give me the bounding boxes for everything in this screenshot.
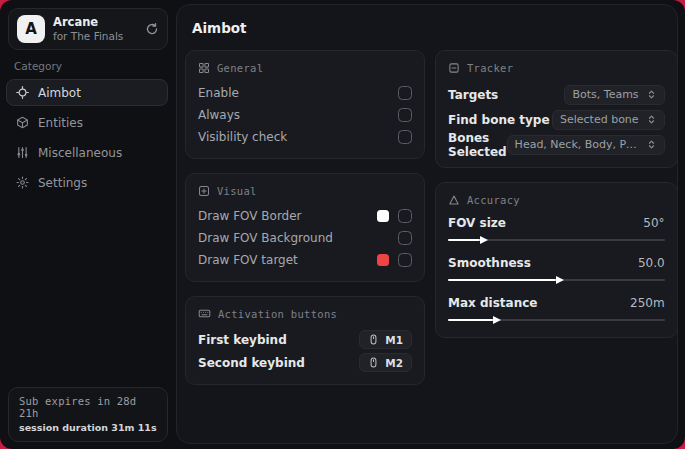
card-title: Visual <box>217 185 257 197</box>
find-bone-type-select[interactable]: Selected bone <box>552 110 665 130</box>
content-columns: General Enable Always Visibility check <box>185 50 668 385</box>
accuracy-card: Accuracy FOV size 50° <box>435 182 678 338</box>
max-distance-value: 250m <box>630 296 665 310</box>
first-keybind-button[interactable]: M1 <box>359 330 412 349</box>
row-controls <box>377 209 412 223</box>
smoothness-slider[interactable] <box>448 275 665 285</box>
refresh-icon[interactable] <box>145 22 159 36</box>
chevron-updown-icon <box>646 139 657 150</box>
fov-target-checkbox[interactable] <box>398 253 412 267</box>
general-row-always: Always <box>198 104 412 126</box>
tracker-card: Tracker Targets Bots, Teams <box>435 50 678 168</box>
crosshair-icon <box>16 86 29 99</box>
slider-thumb[interactable] <box>480 236 488 244</box>
sidebar-item-entities[interactable]: Entities <box>6 109 168 136</box>
sidebar: A Arcane for The Finals Category <box>0 0 174 449</box>
select-value: Head, Neck, Body, Pe.. <box>515 138 639 151</box>
sidebar-nav: Aimbot Entities <box>0 79 174 196</box>
tracker-row-bones-selected: Bones Selected Head, Neck, Body, Pe.. <box>448 132 665 157</box>
always-checkbox[interactable] <box>398 108 412 122</box>
slider-thumb[interactable] <box>493 316 501 324</box>
row-label: Smoothness <box>448 256 531 270</box>
app-window: A Arcane for The Finals Category <box>0 0 685 449</box>
triangle-icon <box>448 194 460 206</box>
sidebar-item-label: Entities <box>38 116 83 130</box>
slider-fill <box>448 319 493 321</box>
gear-icon <box>16 176 29 189</box>
cube-icon <box>16 116 29 129</box>
row-controls <box>398 231 412 245</box>
main-panel: Aimbot General Enable <box>176 4 678 444</box>
sidebar-item-aimbot[interactable]: Aimbot <box>6 79 168 106</box>
visibility-check-checkbox[interactable] <box>398 130 412 144</box>
app-logo: A <box>17 15 45 43</box>
activation-buttons-card: Activation buttons First keybind M1 <box>185 296 425 385</box>
keybind-value: M2 <box>385 357 403 369</box>
fov-border-checkbox[interactable] <box>398 209 412 223</box>
card-title: Tracker <box>467 62 513 74</box>
right-column: Tracker Targets Bots, Teams <box>435 50 678 338</box>
fov-border-color-swatch[interactable] <box>377 210 389 222</box>
accuracy-row-fov-size: FOV size 50° <box>448 214 665 245</box>
fov-background-checkbox[interactable] <box>398 231 412 245</box>
app-name: Arcane <box>53 16 137 29</box>
enable-checkbox[interactable] <box>398 86 412 100</box>
activation-row-second-keybind: Second keybind M2 <box>198 351 412 374</box>
accuracy-row-max-distance: Max distance 250m <box>448 294 665 325</box>
keybind-value: M1 <box>385 334 403 346</box>
row-label: Find bone type <box>448 113 550 127</box>
card-title: Activation buttons <box>218 308 337 320</box>
row-label: First keybind <box>198 333 287 347</box>
visual-card-header: Visual <box>198 183 412 198</box>
row-label: Targets <box>448 88 498 102</box>
sidebar-item-label: Aimbot <box>38 86 81 100</box>
app-header-card: A Arcane for The Finals <box>8 8 168 50</box>
row-label: FOV size <box>448 216 506 230</box>
app-subtitle: for The Finals <box>53 30 137 42</box>
activation-card-header: Activation buttons <box>198 306 412 321</box>
mouse-icon <box>368 334 379 345</box>
general-card: General Enable Always Visibility check <box>185 50 425 159</box>
sidebar-item-miscellaneous[interactable]: Miscellaneous <box>6 139 168 166</box>
tracker-row-find-bone-type: Find bone type Selected bone <box>448 107 665 132</box>
chevron-updown-icon <box>646 114 657 125</box>
select-value: Selected bone <box>560 113 639 126</box>
row-label: Draw FOV target <box>198 253 298 267</box>
session-duration: session duration 31m 11s <box>19 422 157 433</box>
row-label: Second keybind <box>198 356 305 370</box>
max-distance-slider[interactable] <box>448 315 665 325</box>
second-keybind-button[interactable]: M2 <box>359 353 412 372</box>
slider-thumb[interactable] <box>556 276 564 284</box>
accuracy-row-smoothness: Smoothness 50.0 <box>448 254 665 285</box>
sliders-icon <box>16 146 29 159</box>
visual-row-fov-background: Draw FOV Background <box>198 227 412 249</box>
sidebar-item-label: Miscellaneous <box>38 146 122 160</box>
slider-fill <box>448 239 480 241</box>
subscription-expiry: Sub expires in 28d 21h <box>19 395 157 419</box>
bones-selected-select[interactable]: Head, Neck, Body, Pe.. <box>507 135 665 155</box>
targets-select[interactable]: Bots, Teams <box>564 85 664 105</box>
viewfinder-icon <box>198 185 210 197</box>
app-title-block: Arcane for The Finals <box>53 16 137 41</box>
select-value: Bots, Teams <box>572 88 638 101</box>
accuracy-card-header: Accuracy <box>448 192 665 207</box>
grid-icon <box>198 62 210 74</box>
mouse-icon <box>368 357 379 368</box>
slider-fill <box>448 279 556 281</box>
row-label: Max distance <box>448 296 537 310</box>
visual-row-fov-border: Draw FOV Border <box>198 205 412 227</box>
sidebar-item-label: Settings <box>38 176 87 190</box>
tracker-card-header: Tracker <box>448 60 665 75</box>
fov-size-slider[interactable] <box>448 235 665 245</box>
visual-row-fov-target: Draw FOV target <box>198 249 412 271</box>
card-title: Accuracy <box>467 194 520 206</box>
general-row-enable: Enable <box>198 82 412 104</box>
box-minus-icon <box>448 62 460 74</box>
category-label: Category <box>14 60 160 72</box>
subscription-card: Sub expires in 28d 21h session duration … <box>8 387 168 442</box>
fov-target-color-swatch[interactable] <box>377 254 389 266</box>
row-label: Bones Selected <box>448 131 507 159</box>
tracker-row-targets: Targets Bots, Teams <box>448 82 665 107</box>
page-title: Aimbot <box>192 20 661 36</box>
sidebar-item-settings[interactable]: Settings <box>6 169 168 196</box>
